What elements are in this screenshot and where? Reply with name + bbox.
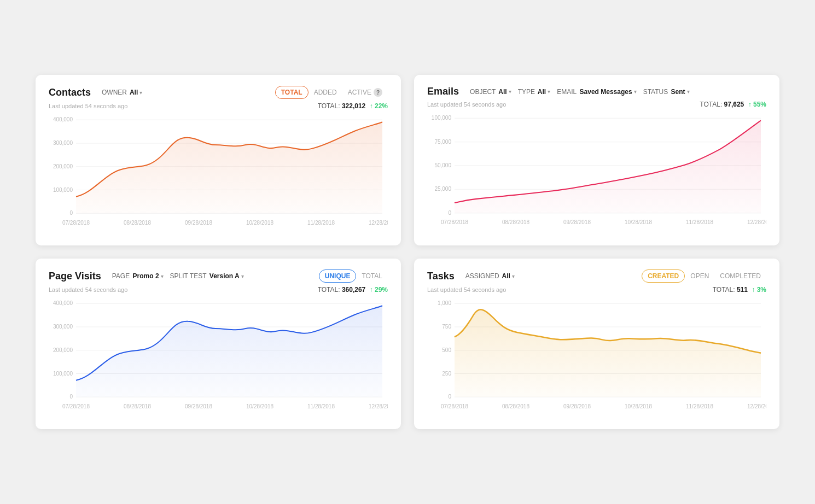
contacts-pct: ↑ 22% [370, 102, 388, 110]
tasks-tab-created[interactable]: CREATED [642, 269, 685, 283]
svg-text:12/28/2018: 12/28/2018 [747, 403, 766, 409]
contacts-tab-total[interactable]: TOTAL [275, 86, 308, 99]
pagevisits-chart: 400,000 300,000 200,000 100,000 0 07/28/… [49, 298, 388, 420]
svg-text:09/28/2018: 09/28/2018 [563, 219, 591, 225]
svg-text:10/28/2018: 10/28/2018 [246, 403, 273, 409]
contacts-tab-active[interactable]: ACTIVE ? [342, 86, 388, 99]
tasks-total-label: TOTAL: 511 ↑ 3% [713, 286, 766, 294]
svg-text:11/28/2018: 11/28/2018 [686, 403, 713, 409]
emails-object-filter[interactable]: OBJECT All ▾ [470, 88, 511, 96]
contacts-chart-area: 400,000 300,000 200,000 100,000 0 07/28/… [49, 114, 388, 237]
contacts-meta: Last updated 54 seconds ago TOTAL: 322,0… [49, 102, 388, 110]
contacts-area-fill [76, 122, 382, 213]
svg-text:75,000: 75,000 [434, 139, 451, 145]
pagevisits-title: Page Visits [49, 271, 101, 282]
contacts-title: Contacts [49, 87, 91, 98]
svg-text:07/28/2018: 07/28/2018 [441, 403, 468, 409]
emails-card: Emails OBJECT All ▾ TYPE All ▾ EMAIL Sav… [414, 75, 779, 245]
emails-status-filter[interactable]: STATUS Sent ▾ [643, 88, 690, 96]
pagevisits-tab-unique[interactable]: UNIQUE [319, 269, 357, 283]
pagevisits-splittest-filter[interactable]: SPLIT TEST Version A ▾ [170, 272, 244, 280]
svg-text:250: 250 [442, 370, 451, 376]
tasks-card: Tasks ASSIGNED All ▾ CREATED OPEN COMPLE… [414, 259, 779, 429]
dashboard: Contacts OWNER All ▾ TOTAL ADDED ACTIVE … [36, 75, 779, 429]
svg-text:12/28/2018: 12/28/2018 [747, 219, 766, 225]
contacts-last-updated: Last updated 54 seconds ago [49, 103, 127, 109]
contacts-card: Contacts OWNER All ▾ TOTAL ADDED ACTIVE … [36, 75, 401, 245]
svg-text:100,000: 100,000 [53, 186, 73, 192]
contacts-chart: 400,000 300,000 200,000 100,000 0 07/28/… [49, 114, 388, 237]
emails-type-filter[interactable]: TYPE All ▾ [518, 88, 551, 96]
tasks-chart: 1,000 750 500 250 0 07/28/2018 08/28/201… [427, 298, 766, 420]
svg-text:08/28/2018: 08/28/2018 [124, 403, 151, 409]
contacts-tab-group: TOTAL ADDED ACTIVE ? [275, 86, 388, 99]
pagevisits-pct: ↑ 29% [370, 286, 388, 294]
svg-text:08/28/2018: 08/28/2018 [502, 403, 529, 409]
pagevisits-header: Page Visits PAGE Promo 2 ▾ SPLIT TEST Ve… [49, 269, 388, 283]
tasks-title: Tasks [427, 271, 455, 282]
tasks-assigned-filter[interactable]: ASSIGNED All ▾ [465, 272, 515, 280]
svg-text:12/28/2018: 12/28/2018 [369, 220, 388, 226]
svg-text:10/28/2018: 10/28/2018 [246, 220, 273, 226]
svg-text:09/28/2018: 09/28/2018 [563, 403, 591, 409]
pagevisits-card: Page Visits PAGE Promo 2 ▾ SPLIT TEST Ve… [36, 259, 401, 429]
pagevisits-tab-group: UNIQUE TOTAL [319, 269, 388, 283]
svg-text:07/28/2018: 07/28/2018 [62, 220, 90, 226]
emails-pct: ↑ 55% [748, 101, 766, 108]
svg-text:0: 0 [69, 394, 73, 400]
emails-filters: OBJECT All ▾ TYPE All ▾ EMAIL Saved Mess… [470, 88, 766, 96]
pagevisits-page-filter[interactable]: PAGE Promo 2 ▾ [112, 272, 164, 280]
emails-area-fill [455, 120, 761, 213]
tasks-last-updated: Last updated 54 seconds ago [427, 286, 506, 293]
svg-text:07/28/2018: 07/28/2018 [62, 403, 90, 409]
svg-text:1,000: 1,000 [438, 300, 451, 306]
pagevisits-total-label: TOTAL: 360,267 ↑ 29% [318, 286, 388, 294]
pagevisits-tab-total[interactable]: TOTAL [356, 270, 388, 282]
contacts-total-label: TOTAL: 322,012 ↑ 22% [318, 102, 388, 110]
tasks-meta: Last updated 54 seconds ago TOTAL: 511 ↑… [427, 286, 766, 294]
tasks-area-fill [455, 309, 761, 397]
emails-last-updated: Last updated 54 seconds ago [427, 101, 506, 108]
svg-text:08/28/2018: 08/28/2018 [502, 219, 529, 225]
svg-text:300,000: 300,000 [53, 140, 73, 146]
svg-text:0: 0 [448, 210, 451, 216]
tasks-total-value: 511 [737, 286, 748, 294]
pagevisits-meta: Last updated 54 seconds ago TOTAL: 360,2… [49, 286, 388, 294]
svg-text:11/28/2018: 11/28/2018 [686, 219, 713, 225]
svg-text:11/28/2018: 11/28/2018 [307, 403, 335, 409]
svg-text:100,000: 100,000 [432, 115, 451, 121]
svg-text:500: 500 [442, 347, 451, 353]
svg-text:750: 750 [442, 324, 451, 330]
pagevisits-last-updated: Last updated 54 seconds ago [49, 286, 127, 293]
svg-text:09/28/2018: 09/28/2018 [185, 403, 212, 409]
tasks-tab-completed[interactable]: COMPLETED [714, 270, 766, 282]
contacts-owner-filter[interactable]: OWNER All ▾ [102, 89, 142, 96]
pagevisits-chart-area: 400,000 300,000 200,000 100,000 0 07/28/… [49, 298, 388, 420]
tasks-header: Tasks ASSIGNED All ▾ CREATED OPEN COMPLE… [427, 269, 766, 283]
tasks-pct: ↑ 3% [752, 286, 766, 294]
svg-text:0: 0 [69, 210, 73, 216]
emails-email-filter[interactable]: EMAIL Saved Messages ▾ [557, 88, 636, 96]
svg-text:200,000: 200,000 [53, 163, 73, 169]
svg-text:100,000: 100,000 [53, 370, 73, 376]
svg-text:08/28/2018: 08/28/2018 [124, 220, 151, 226]
contacts-tab-added[interactable]: ADDED [308, 86, 342, 98]
emails-total-label: TOTAL: 97,625 ↑ 55% [700, 101, 766, 108]
pagevisits-filters: PAGE Promo 2 ▾ SPLIT TEST Version A ▾ UN… [112, 269, 388, 283]
svg-text:11/28/2018: 11/28/2018 [307, 220, 335, 226]
emails-total-value: 97,625 [724, 101, 744, 108]
tasks-chart-area: 1,000 750 500 250 0 07/28/2018 08/28/201… [427, 298, 766, 420]
svg-text:300,000: 300,000 [53, 324, 73, 330]
emails-meta: Last updated 54 seconds ago TOTAL: 97,62… [427, 101, 766, 108]
svg-text:400,000: 400,000 [53, 116, 73, 122]
svg-text:200,000: 200,000 [53, 347, 73, 353]
svg-text:10/28/2018: 10/28/2018 [625, 403, 652, 409]
tasks-tab-group: CREATED OPEN COMPLETED [642, 269, 766, 283]
emails-header: Emails OBJECT All ▾ TYPE All ▾ EMAIL Sav… [427, 86, 766, 97]
svg-text:10/28/2018: 10/28/2018 [625, 219, 652, 225]
svg-text:25,000: 25,000 [434, 186, 451, 192]
contacts-active-help-icon[interactable]: ? [374, 88, 382, 97]
tasks-tab-open[interactable]: OPEN [685, 270, 714, 282]
svg-text:0: 0 [448, 394, 451, 400]
contacts-header: Contacts OWNER All ▾ TOTAL ADDED ACTIVE … [49, 86, 388, 99]
